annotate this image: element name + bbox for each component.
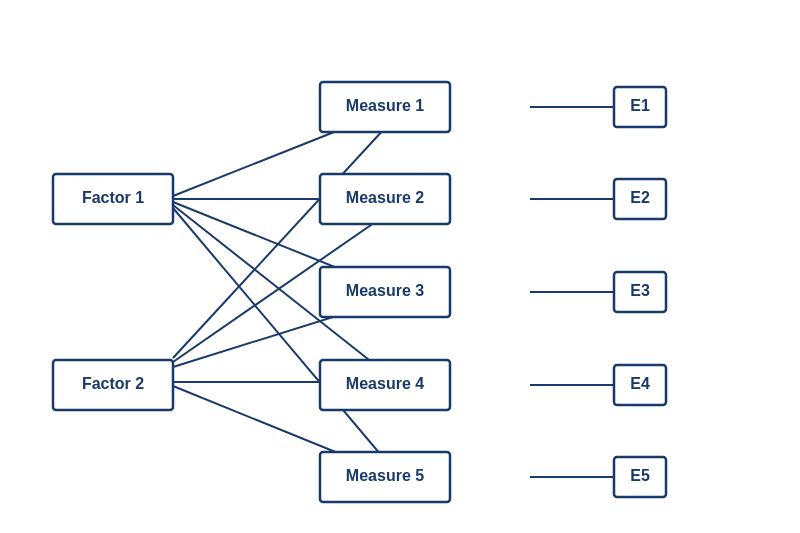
measure5-label: Measure 5 — [346, 467, 424, 484]
factor2-label: Factor 2 — [82, 375, 144, 392]
error3-label: E3 — [630, 282, 650, 299]
error5-label: E5 — [630, 467, 650, 484]
error1-label: E1 — [630, 97, 650, 114]
measure4-label: Measure 4 — [346, 375, 424, 392]
error2-label: E2 — [630, 189, 650, 206]
measure3-label: Measure 3 — [346, 282, 424, 299]
factor1-label: Factor 1 — [82, 189, 144, 206]
measure2-label: Measure 2 — [346, 189, 424, 206]
measure1-label: Measure 1 — [346, 97, 424, 114]
error4-label: E4 — [630, 375, 650, 392]
